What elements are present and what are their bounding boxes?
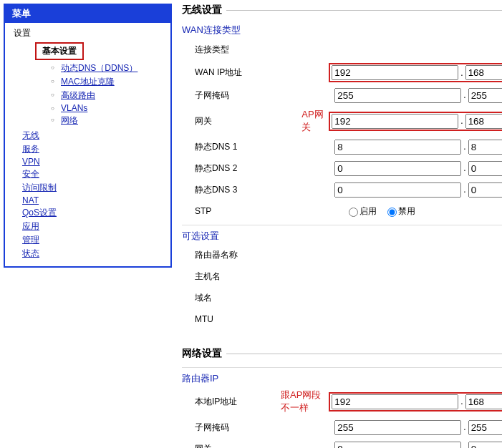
wan-ip-group: . . . bbox=[329, 63, 502, 82]
stp-disable-option[interactable]: 禁用 bbox=[384, 205, 415, 218]
nav-current-basic-setup[interactable]: 基本设置 bbox=[35, 42, 84, 60]
local-gw-2[interactable] bbox=[468, 442, 502, 449]
label-dns3: 静态DNS 3 bbox=[195, 184, 317, 196]
wan-gw-1[interactable] bbox=[332, 114, 458, 129]
label-router-name: 路由器名称 bbox=[195, 249, 317, 261]
nav-advanced-routing[interactable]: 高级路由 bbox=[61, 90, 95, 100]
label-local-gateway: 网关 bbox=[195, 443, 317, 449]
nav-applications[interactable]: 应用 bbox=[22, 221, 39, 231]
label-wan-ip: WAN IP地址 bbox=[195, 67, 317, 79]
subhead-optional: 可选设置 bbox=[182, 225, 502, 243]
section-wireless: 无线设置 WAN连接类型 设置成静态IP 连接类型 静态IP WAN IP地址 bbox=[180, 4, 502, 337]
nav-nat[interactable]: NAT bbox=[22, 195, 39, 205]
label-wan-gateway: 网关 bbox=[195, 115, 301, 127]
section-network-title: 网络设置 bbox=[180, 347, 226, 360]
local-gw-1[interactable] bbox=[334, 442, 461, 449]
label-dns2: 静态DNS 2 bbox=[195, 162, 317, 175]
wan-ip-2[interactable] bbox=[465, 65, 502, 80]
nav-access-restriction[interactable]: 访问限制 bbox=[22, 182, 57, 193]
label-local-subnet: 子网掩码 bbox=[195, 422, 317, 434]
stp-disable-radio[interactable] bbox=[387, 208, 397, 217]
label-wan-subnet: 子网掩码 bbox=[195, 89, 317, 102]
dns3-1[interactable] bbox=[334, 182, 461, 198]
dns2-1[interactable] bbox=[334, 161, 461, 176]
stp-enable-option[interactable]: 启用 bbox=[345, 205, 377, 218]
main-content: 无线设置 WAN连接类型 设置成静态IP 连接类型 静态IP WAN IP地址 bbox=[172, 0, 502, 448]
nav-network[interactable]: 网络 bbox=[61, 115, 78, 125]
nav-mac-clone[interactable]: MAC地址克隆 bbox=[61, 77, 115, 87]
wan-subnet-1[interactable] bbox=[334, 88, 461, 103]
subhead-routerip: 路由器IP bbox=[182, 367, 502, 385]
local-ip-1[interactable] bbox=[332, 394, 458, 409]
nav-status[interactable]: 状态 bbox=[22, 248, 39, 258]
note-diff-subnet: 跟AP网段不一样 bbox=[281, 389, 329, 414]
dns3-2[interactable] bbox=[468, 182, 502, 198]
nav-ddns[interactable]: 动态DNS（DDNS） bbox=[61, 63, 137, 73]
wan-subnet-group: . . . bbox=[334, 88, 502, 103]
label-dns1: 静态DNS 1 bbox=[195, 141, 317, 153]
local-ip-2[interactable] bbox=[465, 394, 502, 409]
nav-wireless[interactable]: 无线 bbox=[22, 130, 39, 140]
label-hostname: 主机名 bbox=[195, 271, 317, 283]
label-local-ip: 本地IP地址 bbox=[195, 396, 281, 408]
section-wireless-title: 无线设置 bbox=[180, 4, 226, 16]
note-ap-gateway: AP网关 bbox=[301, 108, 329, 134]
wan-subnet-2[interactable] bbox=[468, 88, 502, 103]
nav-vpn[interactable]: VPN bbox=[22, 157, 40, 167]
sidebar-menu: 菜单 设置 基本设置 动态DNS（DDNS） MAC地址克隆 高级路由 VLAN… bbox=[4, 4, 172, 268]
nav-services[interactable]: 服务 bbox=[22, 144, 39, 154]
wan-gateway-group: . . . bbox=[329, 112, 502, 131]
stp-enable-radio[interactable] bbox=[349, 208, 358, 217]
subhead-wan: WAN连接类型 bbox=[182, 24, 502, 36]
label-domain: 域名 bbox=[195, 292, 317, 304]
local-subnet-2[interactable] bbox=[468, 420, 502, 435]
wan-gw-2[interactable] bbox=[465, 114, 502, 129]
local-ip-group: . . . bbox=[329, 392, 502, 412]
nav-qos[interactable]: QoS设置 bbox=[22, 208, 57, 218]
dns2-2[interactable] bbox=[468, 161, 502, 176]
section-network: 网络设置 路由器IP 本地IP地址 跟AP网段不一样 . . . 子网掩码 bbox=[180, 347, 502, 448]
nav-group-setup: 设置 bbox=[5, 26, 170, 39]
label-conn-type: 连接类型 bbox=[195, 44, 317, 56]
nav-security[interactable]: 安全 bbox=[22, 169, 39, 179]
nav-admin[interactable]: 管理 bbox=[22, 235, 39, 245]
label-mtu: MTU bbox=[195, 314, 317, 324]
local-subnet-1[interactable] bbox=[334, 420, 461, 435]
nav-vlans[interactable]: VLANs bbox=[61, 103, 87, 113]
dns1-2[interactable] bbox=[468, 140, 502, 155]
sidebar-title: 菜单 bbox=[5, 5, 170, 23]
dns1-1[interactable] bbox=[334, 140, 461, 155]
label-stp: STP bbox=[195, 206, 317, 216]
wan-ip-1[interactable] bbox=[332, 65, 458, 80]
